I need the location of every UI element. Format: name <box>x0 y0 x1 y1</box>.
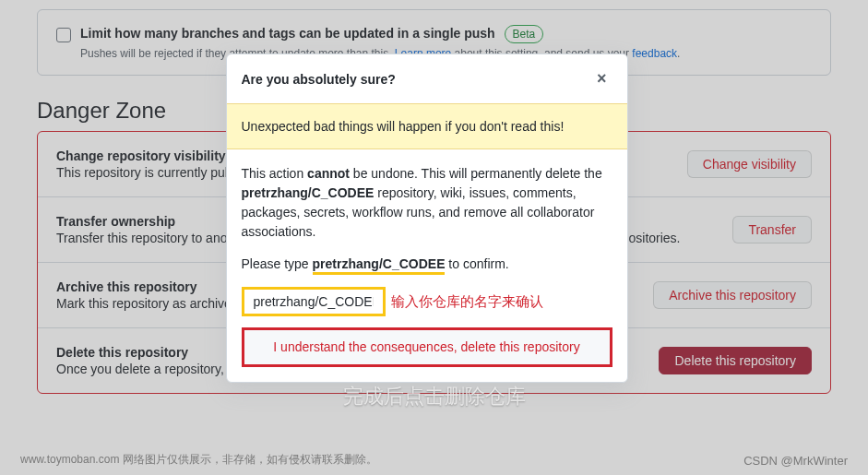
overlay-annotation: 完成后点击删除仓库 <box>343 383 526 410</box>
confirm-delete-button[interactable]: I understand the consequences, delete th… <box>242 327 612 367</box>
modal-paragraph-1: This action cannot be undone. This will … <box>242 164 612 242</box>
footer-left: www.toymoban.com 网络图片仅供展示，非存储，如有侵权请联系删除。 <box>20 452 377 468</box>
setting-title: Limit how many branches and tags can be … <box>80 26 495 41</box>
modal-title: Are you absolutely sure? <box>242 72 396 87</box>
confirm-name-input[interactable] <box>242 287 386 316</box>
footer-right: CSDN @MrkWinter <box>743 454 848 468</box>
close-icon[interactable]: × <box>591 69 612 89</box>
annotation-input: 输入你仓库的名字来确认 <box>391 291 543 313</box>
change-visibility-button[interactable]: Change visibility <box>687 150 812 178</box>
beta-badge: Beta <box>505 25 544 43</box>
confirm-delete-modal: Are you absolutely sure? × Unexpected ba… <box>226 53 643 383</box>
modal-warning: Unexpected bad things will happen if you… <box>227 103 627 149</box>
transfer-button[interactable]: Transfer <box>732 216 812 243</box>
delete-repository-button[interactable]: Delete this repository <box>659 347 812 374</box>
confirm-repo-name: pretrzhang/C_CODEE <box>313 256 446 275</box>
checkbox-limit-push[interactable] <box>56 28 71 42</box>
modal-paragraph-2: Please type pretrzhang/C_CODEE to confir… <box>242 255 612 274</box>
archive-repository-button[interactable]: Archive this repository <box>653 281 812 309</box>
